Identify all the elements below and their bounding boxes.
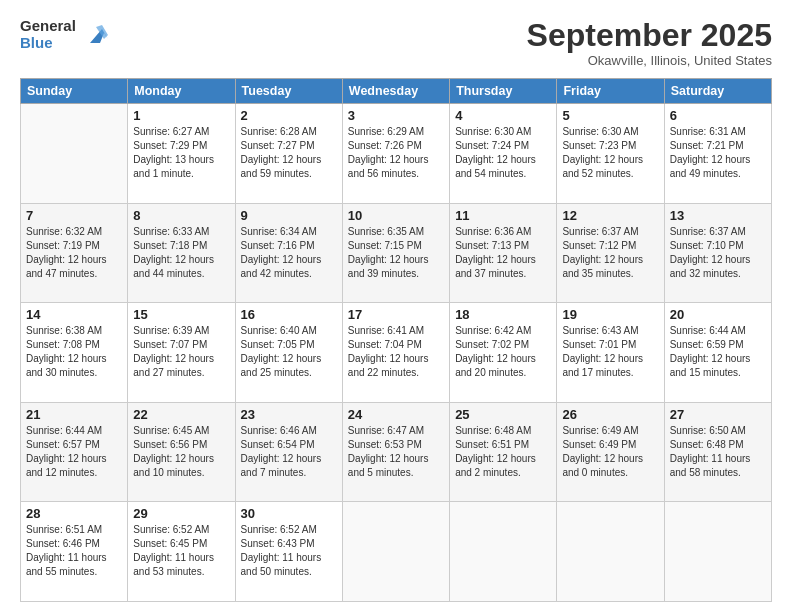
logo-icon	[82, 21, 110, 49]
calendar-cell: 5Sunrise: 6:30 AMSunset: 7:23 PMDaylight…	[557, 104, 664, 204]
day-info: Sunrise: 6:33 AMSunset: 7:18 PMDaylight:…	[133, 225, 229, 281]
calendar-cell	[21, 104, 128, 204]
calendar-cell: 17Sunrise: 6:41 AMSunset: 7:04 PMDayligh…	[342, 303, 449, 403]
calendar-cell: 21Sunrise: 6:44 AMSunset: 6:57 PMDayligh…	[21, 402, 128, 502]
day-info: Sunrise: 6:47 AMSunset: 6:53 PMDaylight:…	[348, 424, 444, 480]
day-number: 7	[26, 208, 122, 223]
calendar-cell: 13Sunrise: 6:37 AMSunset: 7:10 PMDayligh…	[664, 203, 771, 303]
day-number: 25	[455, 407, 551, 422]
calendar-table: SundayMondayTuesdayWednesdayThursdayFrid…	[20, 78, 772, 602]
col-header-wednesday: Wednesday	[342, 79, 449, 104]
calendar-cell	[557, 502, 664, 602]
header: General Blue September 2025 Okawville, I…	[20, 18, 772, 68]
month-title: September 2025	[527, 18, 772, 53]
day-info: Sunrise: 6:52 AMSunset: 6:43 PMDaylight:…	[241, 523, 337, 579]
calendar-cell: 30Sunrise: 6:52 AMSunset: 6:43 PMDayligh…	[235, 502, 342, 602]
day-info: Sunrise: 6:41 AMSunset: 7:04 PMDaylight:…	[348, 324, 444, 380]
logo-blue: Blue	[20, 35, 76, 52]
day-number: 3	[348, 108, 444, 123]
calendar-cell: 22Sunrise: 6:45 AMSunset: 6:56 PMDayligh…	[128, 402, 235, 502]
day-info: Sunrise: 6:48 AMSunset: 6:51 PMDaylight:…	[455, 424, 551, 480]
day-number: 22	[133, 407, 229, 422]
day-number: 4	[455, 108, 551, 123]
calendar-cell: 19Sunrise: 6:43 AMSunset: 7:01 PMDayligh…	[557, 303, 664, 403]
calendar-cell: 2Sunrise: 6:28 AMSunset: 7:27 PMDaylight…	[235, 104, 342, 204]
calendar-cell: 26Sunrise: 6:49 AMSunset: 6:49 PMDayligh…	[557, 402, 664, 502]
day-info: Sunrise: 6:42 AMSunset: 7:02 PMDaylight:…	[455, 324, 551, 380]
day-info: Sunrise: 6:43 AMSunset: 7:01 PMDaylight:…	[562, 324, 658, 380]
day-number: 27	[670, 407, 766, 422]
day-number: 6	[670, 108, 766, 123]
day-info: Sunrise: 6:45 AMSunset: 6:56 PMDaylight:…	[133, 424, 229, 480]
day-info: Sunrise: 6:38 AMSunset: 7:08 PMDaylight:…	[26, 324, 122, 380]
day-info: Sunrise: 6:44 AMSunset: 6:59 PMDaylight:…	[670, 324, 766, 380]
calendar-week-row: 21Sunrise: 6:44 AMSunset: 6:57 PMDayligh…	[21, 402, 772, 502]
calendar-cell: 11Sunrise: 6:36 AMSunset: 7:13 PMDayligh…	[450, 203, 557, 303]
col-header-monday: Monday	[128, 79, 235, 104]
calendar-header-row: SundayMondayTuesdayWednesdayThursdayFrid…	[21, 79, 772, 104]
logo: General Blue	[20, 18, 110, 51]
day-number: 26	[562, 407, 658, 422]
day-number: 11	[455, 208, 551, 223]
calendar-week-row: 7Sunrise: 6:32 AMSunset: 7:19 PMDaylight…	[21, 203, 772, 303]
day-number: 5	[562, 108, 658, 123]
calendar-cell: 20Sunrise: 6:44 AMSunset: 6:59 PMDayligh…	[664, 303, 771, 403]
col-header-tuesday: Tuesday	[235, 79, 342, 104]
location: Okawville, Illinois, United States	[527, 53, 772, 68]
calendar-cell: 24Sunrise: 6:47 AMSunset: 6:53 PMDayligh…	[342, 402, 449, 502]
day-number: 19	[562, 307, 658, 322]
day-number: 29	[133, 506, 229, 521]
day-info: Sunrise: 6:30 AMSunset: 7:23 PMDaylight:…	[562, 125, 658, 181]
day-info: Sunrise: 6:27 AMSunset: 7:29 PMDaylight:…	[133, 125, 229, 181]
calendar-cell: 6Sunrise: 6:31 AMSunset: 7:21 PMDaylight…	[664, 104, 771, 204]
calendar-cell: 29Sunrise: 6:52 AMSunset: 6:45 PMDayligh…	[128, 502, 235, 602]
day-info: Sunrise: 6:36 AMSunset: 7:13 PMDaylight:…	[455, 225, 551, 281]
day-info: Sunrise: 6:30 AMSunset: 7:24 PMDaylight:…	[455, 125, 551, 181]
calendar-cell: 16Sunrise: 6:40 AMSunset: 7:05 PMDayligh…	[235, 303, 342, 403]
day-info: Sunrise: 6:49 AMSunset: 6:49 PMDaylight:…	[562, 424, 658, 480]
day-info: Sunrise: 6:29 AMSunset: 7:26 PMDaylight:…	[348, 125, 444, 181]
calendar-cell: 27Sunrise: 6:50 AMSunset: 6:48 PMDayligh…	[664, 402, 771, 502]
day-info: Sunrise: 6:44 AMSunset: 6:57 PMDaylight:…	[26, 424, 122, 480]
day-number: 10	[348, 208, 444, 223]
day-number: 21	[26, 407, 122, 422]
day-info: Sunrise: 6:35 AMSunset: 7:15 PMDaylight:…	[348, 225, 444, 281]
calendar-week-row: 1Sunrise: 6:27 AMSunset: 7:29 PMDaylight…	[21, 104, 772, 204]
col-header-friday: Friday	[557, 79, 664, 104]
day-info: Sunrise: 6:40 AMSunset: 7:05 PMDaylight:…	[241, 324, 337, 380]
day-number: 23	[241, 407, 337, 422]
col-header-saturday: Saturday	[664, 79, 771, 104]
col-header-sunday: Sunday	[21, 79, 128, 104]
day-info: Sunrise: 6:37 AMSunset: 7:10 PMDaylight:…	[670, 225, 766, 281]
day-number: 1	[133, 108, 229, 123]
logo-general: General	[20, 18, 76, 35]
day-info: Sunrise: 6:51 AMSunset: 6:46 PMDaylight:…	[26, 523, 122, 579]
col-header-thursday: Thursday	[450, 79, 557, 104]
day-number: 14	[26, 307, 122, 322]
day-number: 20	[670, 307, 766, 322]
day-number: 18	[455, 307, 551, 322]
calendar-week-row: 28Sunrise: 6:51 AMSunset: 6:46 PMDayligh…	[21, 502, 772, 602]
day-number: 15	[133, 307, 229, 322]
logo-text: General Blue	[20, 18, 76, 51]
day-number: 30	[241, 506, 337, 521]
calendar-cell: 14Sunrise: 6:38 AMSunset: 7:08 PMDayligh…	[21, 303, 128, 403]
calendar-week-row: 14Sunrise: 6:38 AMSunset: 7:08 PMDayligh…	[21, 303, 772, 403]
calendar-cell: 18Sunrise: 6:42 AMSunset: 7:02 PMDayligh…	[450, 303, 557, 403]
calendar-cell: 23Sunrise: 6:46 AMSunset: 6:54 PMDayligh…	[235, 402, 342, 502]
day-info: Sunrise: 6:50 AMSunset: 6:48 PMDaylight:…	[670, 424, 766, 480]
day-number: 8	[133, 208, 229, 223]
calendar-cell: 1Sunrise: 6:27 AMSunset: 7:29 PMDaylight…	[128, 104, 235, 204]
calendar-cell: 28Sunrise: 6:51 AMSunset: 6:46 PMDayligh…	[21, 502, 128, 602]
day-info: Sunrise: 6:37 AMSunset: 7:12 PMDaylight:…	[562, 225, 658, 281]
day-info: Sunrise: 6:31 AMSunset: 7:21 PMDaylight:…	[670, 125, 766, 181]
calendar-cell	[342, 502, 449, 602]
day-number: 28	[26, 506, 122, 521]
day-number: 24	[348, 407, 444, 422]
calendar-cell	[450, 502, 557, 602]
calendar-cell: 4Sunrise: 6:30 AMSunset: 7:24 PMDaylight…	[450, 104, 557, 204]
title-area: September 2025 Okawville, Illinois, Unit…	[527, 18, 772, 68]
day-info: Sunrise: 6:34 AMSunset: 7:16 PMDaylight:…	[241, 225, 337, 281]
day-info: Sunrise: 6:52 AMSunset: 6:45 PMDaylight:…	[133, 523, 229, 579]
day-number: 13	[670, 208, 766, 223]
